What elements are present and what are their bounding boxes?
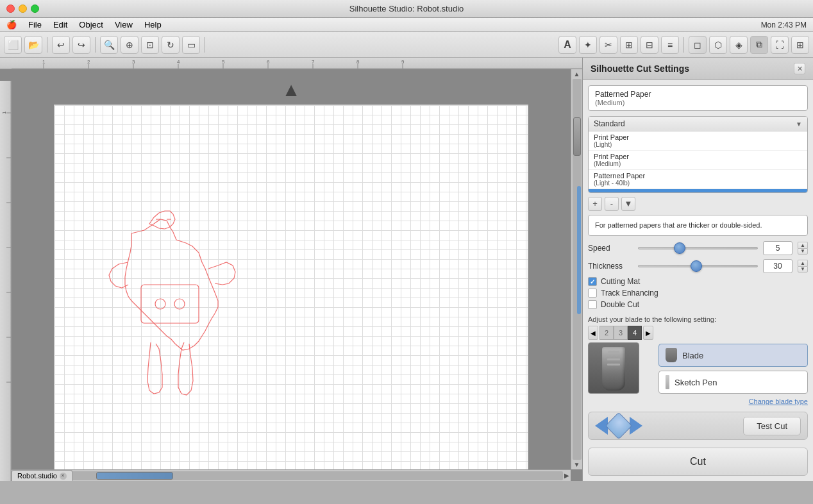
blade-numbers: 2 3 4 <box>599 326 642 340</box>
thickness-increment-btn[interactable]: ▲ <box>798 260 808 266</box>
track-enhancing-checkbox[interactable] <box>588 289 597 298</box>
blade-option-blade[interactable]: Blade <box>658 344 808 367</box>
material-add-btn[interactable]: + <box>588 197 602 211</box>
blade-prev-btn[interactable]: ◀ <box>588 326 598 340</box>
toolbar-knife-btn[interactable]: ✂ <box>599 36 617 54</box>
canvas-paper[interactable] <box>54 105 528 469</box>
close-window-btn[interactable] <box>6 4 15 13</box>
speed-slider-track <box>638 247 758 249</box>
toolbar-redo-btn[interactable]: ↪ <box>72 36 90 54</box>
double-cut-row: Double Cut <box>588 300 808 309</box>
list-item-selected[interactable]: Patterned Paper (Medium) <box>589 189 807 193</box>
toolbar-shadow-btn[interactable]: ◈ <box>730 36 748 54</box>
menu-edit[interactable]: Edit <box>53 20 67 29</box>
speed-slider-thumb[interactable] <box>674 242 685 254</box>
material-more-btn[interactable]: ▼ <box>621 197 635 211</box>
toolbar-ungroup-btn[interactable]: ⊟ <box>641 36 658 54</box>
cutting-mat-checkbox[interactable]: ✓ <box>588 277 597 286</box>
blade-number-area: ◀ 2 3 4 ▶ <box>588 326 653 394</box>
tab-robot-studio[interactable]: Robot.studio ✕ <box>12 470 72 481</box>
thickness-row: Thickness 30 ▲ ▼ <box>588 259 808 273</box>
menu-apple[interactable]: 🍎 <box>6 20 17 29</box>
toolbar-view-btn[interactable]: ▭ <box>182 36 200 54</box>
cut-btn[interactable]: Cut <box>588 448 808 476</box>
speed-decrement-btn[interactable]: ▼ <box>798 248 808 255</box>
robot-path-svg <box>54 105 528 469</box>
scroll-position-indicator <box>577 186 581 314</box>
thickness-decrement-btn[interactable]: ▼ <box>798 266 808 273</box>
tab-close-btn[interactable]: ✕ <box>60 473 67 480</box>
scroll-thumb-h[interactable] <box>96 472 173 480</box>
toolbar-text-btn[interactable]: A <box>558 36 576 54</box>
track-enhancing-label: Track Enhancing <box>601 289 658 298</box>
list-item[interactable]: Patterned Paper (Light - 40lb) <box>589 170 807 189</box>
toolbar-fill-btn[interactable]: ◻ <box>689 36 707 54</box>
thickness-slider[interactable] <box>638 260 758 273</box>
toolbar-zoom-in-btn[interactable]: ⊕ <box>121 36 138 54</box>
thickness-stepper: ▲ ▼ <box>798 260 808 273</box>
material-controls: + - ▼ <box>588 197 808 211</box>
toolbar-open-btn[interactable]: 📂 <box>24 36 42 54</box>
svg-text:5: 5 <box>222 59 225 65</box>
list-item[interactable]: Print Paper (Light) <box>589 131 807 151</box>
list-item[interactable]: Print Paper (Medium) <box>589 151 807 170</box>
speed-stepper: ▲ ▼ <box>798 242 808 255</box>
menu-view[interactable]: View <box>115 20 133 29</box>
maximize-window-btn[interactable] <box>31 4 39 13</box>
speed-value[interactable]: 5 <box>763 241 792 255</box>
toolbar-cut-settings-btn[interactable]: ⧉ <box>750 36 768 54</box>
thickness-value[interactable]: 30 <box>763 259 792 273</box>
window-controls[interactable] <box>6 4 39 13</box>
toolbar-zoom-fit-btn[interactable]: ⊡ <box>141 36 159 54</box>
toolbar-new-btn[interactable]: ⬜ <box>4 36 22 54</box>
blade-line <box>607 358 620 360</box>
thickness-slider-thumb[interactable] <box>691 260 702 272</box>
blade-next-btn[interactable]: ▶ <box>643 326 653 340</box>
toolbar-undo-btn[interactable]: ↩ <box>52 36 70 54</box>
toolbar-points-btn[interactable]: ✦ <box>579 36 597 54</box>
double-cut-checkbox[interactable] <box>588 300 597 309</box>
menubar: 🍎 File Edit Object View Help Mon 2:43 PM <box>0 18 813 32</box>
clock: Mon 2:43 PM <box>761 21 807 29</box>
scroll-thumb-v[interactable] <box>573 117 581 156</box>
change-blade-link[interactable]: Change blade type <box>588 398 808 405</box>
blade-options: Blade Sketch Pen <box>658 326 808 394</box>
svg-text:3: 3 <box>132 59 135 65</box>
blade-num-1[interactable]: 2 <box>599 326 614 340</box>
menu-object[interactable]: Object <box>79 20 103 29</box>
material-dropdown-header[interactable]: Standard ▼ <box>589 117 807 131</box>
svg-rect-28 <box>141 285 199 323</box>
toolbar-zoom-out-btn[interactable]: 🔍 <box>100 36 118 54</box>
speed-slider[interactable] <box>638 242 758 255</box>
thickness-label: Thickness <box>588 262 633 271</box>
check-mark: ✓ <box>590 278 595 285</box>
blade-number-row: ◀ 2 3 4 ▶ <box>588 326 653 340</box>
svg-text:4: 4 <box>177 59 180 65</box>
scrollbar-horizontal[interactable]: ◀ ▶ <box>12 469 571 481</box>
toolbar-expand-btn[interactable]: ⛶ <box>771 36 789 54</box>
blade-screw <box>608 351 619 354</box>
toolbar-rotate-btn[interactable]: ↻ <box>162 36 180 54</box>
cutting-mat-label: Cutting Mat <box>601 277 640 286</box>
menu-help[interactable]: Help <box>144 20 162 29</box>
toolbar-stroke-btn[interactable]: ⬡ <box>709 36 727 54</box>
blade-shape <box>602 347 625 391</box>
material-remove-btn[interactable]: - <box>605 197 619 211</box>
toolbar-sep-3 <box>205 37 205 53</box>
speed-increment-btn[interactable]: ▲ <box>798 242 808 248</box>
toolbar-group-btn[interactable]: ⊞ <box>620 36 638 54</box>
blade-num-2[interactable]: 3 <box>614 326 628 340</box>
blade-option-label: Blade <box>682 351 703 360</box>
material-dropdown[interactable]: Standard ▼ Print Paper (Light) Print Pap… <box>588 116 808 193</box>
toolbar-grid-btn[interactable]: ⊞ <box>791 36 809 54</box>
test-cut-btn[interactable]: Test Cut <box>743 417 801 435</box>
menu-file[interactable]: File <box>28 20 42 29</box>
toolbar-align-btn[interactable]: ≡ <box>661 36 679 54</box>
minimize-window-btn[interactable] <box>19 4 27 13</box>
cut-panel-close-btn[interactable]: ✕ <box>794 63 805 74</box>
blade-option-sketch[interactable]: Sketch Pen <box>658 371 808 394</box>
sketch-pen-icon <box>666 375 669 389</box>
material-description: For patterned papers that are thicker or… <box>588 215 808 236</box>
nav-test-cut-row: Test Cut <box>588 412 808 440</box>
blade-num-active[interactable]: 4 <box>628 326 642 340</box>
